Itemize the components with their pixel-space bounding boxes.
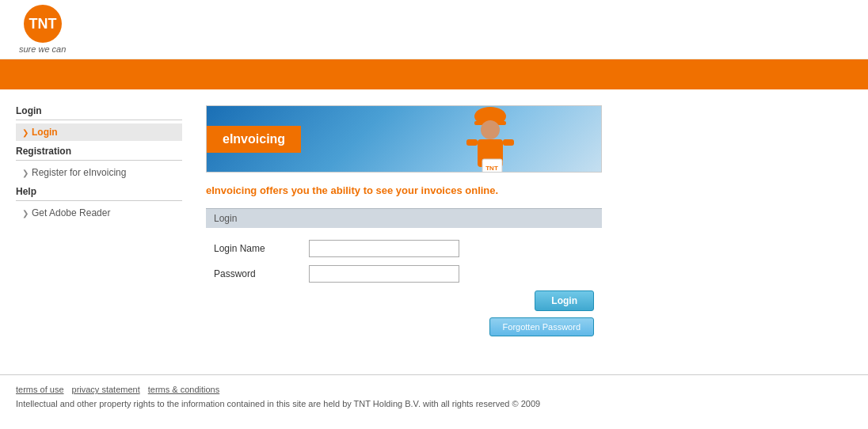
login-name-label: Login Name xyxy=(214,243,309,254)
footer-copyright: Intellectual and other property rights t… xyxy=(16,399,852,408)
chevron-right-icon: ❯ xyxy=(22,128,29,137)
login-box: Login Login Name Password Login Forgotte… xyxy=(206,208,602,336)
login-name-row: Login Name xyxy=(206,240,602,257)
footer: terms of use privacy statement terms & c… xyxy=(0,374,868,415)
svg-text:TNT: TNT xyxy=(29,16,57,32)
sidebar-item-login[interactable]: ❯ Login xyxy=(16,123,182,141)
logo-area: TNT sure we can xyxy=(16,5,70,54)
tagline: eInvoicing offers you the ability to see… xyxy=(206,184,836,196)
password-label: Password xyxy=(214,268,309,279)
chevron-right-icon-2: ❯ xyxy=(22,169,29,177)
tnt-logo: TNT xyxy=(16,5,70,43)
content-area: TNT eInvoicing eInvoicing offers you the… xyxy=(190,97,852,366)
hero-worker-figure: TNT xyxy=(443,105,538,173)
footer-links: terms of use privacy statement terms & c… xyxy=(16,385,852,394)
password-row: Password xyxy=(206,265,602,283)
buttons-row: Login Forgotten Password xyxy=(206,290,602,336)
sidebar-registration-title: Registration xyxy=(16,146,182,161)
login-button[interactable]: Login xyxy=(535,290,594,311)
terms-of-use-link[interactable]: terms of use xyxy=(16,385,64,394)
logo-tagline: sure we can xyxy=(16,44,66,54)
sidebar-help-title: Help xyxy=(16,186,182,201)
terms-conditions-link[interactable]: terms & conditions xyxy=(148,385,219,394)
sidebar-item-adobe[interactable]: ❯ Get Adobe Reader xyxy=(16,204,182,222)
sidebar-login-label: Login xyxy=(32,127,58,138)
sidebar-login-title: Login xyxy=(16,105,182,120)
svg-rect-6 xyxy=(466,139,478,146)
orange-banner xyxy=(0,59,868,89)
svg-text:TNT: TNT xyxy=(485,165,498,172)
privacy-statement-link[interactable]: privacy statement xyxy=(72,385,140,394)
hero-image: TNT eInvoicing xyxy=(206,105,602,173)
sidebar: Login ❯ Login Registration ❯ Register fo… xyxy=(16,97,190,366)
sidebar-item-register[interactable]: ❯ Register for eInvoicing xyxy=(16,164,182,181)
main-container: Login ❯ Login Registration ❯ Register fo… xyxy=(0,89,868,374)
login-name-input[interactable] xyxy=(309,240,459,257)
sidebar-register-label: Register for eInvoicing xyxy=(32,167,126,178)
forgotten-password-button[interactable]: Forgotten Password xyxy=(489,317,594,336)
svg-point-4 xyxy=(481,120,500,139)
login-box-header: Login xyxy=(206,208,602,228)
password-input[interactable] xyxy=(309,265,459,283)
sidebar-adobe-label: Get Adobe Reader xyxy=(32,207,110,218)
header: TNT sure we can xyxy=(0,0,868,59)
svg-rect-7 xyxy=(503,139,514,146)
chevron-right-icon-3: ❯ xyxy=(22,209,29,218)
hero-label: eInvoicing xyxy=(207,126,301,153)
